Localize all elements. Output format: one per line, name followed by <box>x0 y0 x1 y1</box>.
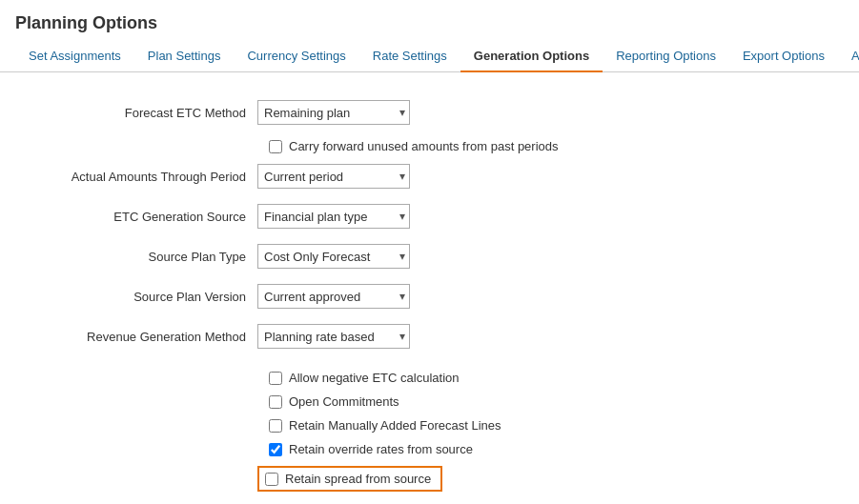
source-plan-version-row: Source Plan Version Current approved Dra… <box>38 283 821 310</box>
source-plan-type-row: Source Plan Type Cost Only Forecast Full… <box>38 243 821 270</box>
tab-rate-settings[interactable]: Rate Settings <box>359 41 460 72</box>
forecast-etc-method-row: Forecast ETC Method Remaining plan Manua… <box>38 99 821 126</box>
nav-tabs: Set Assignments Plan Settings Currency S… <box>0 41 859 72</box>
carry-forward-row: Carry forward unused amounts from past p… <box>38 139 821 153</box>
actual-amounts-select-wrapper: Current period Prior period <box>257 164 410 189</box>
tab-plan-settings[interactable]: Plan Settings <box>134 41 235 72</box>
etc-generation-source-select-wrapper: Financial plan type Resource plan <box>257 204 410 229</box>
source-plan-version-select[interactable]: Current approved Draft <box>257 284 410 309</box>
forecast-etc-method-control: Remaining plan Manual entry <box>257 100 410 125</box>
retain-spread-label: Retain spread from source <box>285 472 431 486</box>
source-plan-type-select-wrapper: Cost Only Forecast Full Forecast <box>257 244 410 269</box>
page-title: Planning Options <box>0 0 859 41</box>
revenue-generation-method-select[interactable]: Planning rate based Other <box>257 324 410 349</box>
retain-override-checkbox[interactable] <box>269 443 282 456</box>
etc-generation-source-control: Financial plan type Resource plan <box>257 204 410 229</box>
allow-negative-checkbox[interactable] <box>269 372 282 385</box>
tab-additional-information[interactable]: Additional Information <box>838 41 859 72</box>
source-plan-type-label: Source Plan Type <box>38 250 257 264</box>
tab-currency-settings[interactable]: Currency Settings <box>234 41 358 72</box>
source-plan-version-label: Source Plan Version <box>38 290 257 304</box>
source-plan-type-control: Cost Only Forecast Full Forecast <box>257 244 410 269</box>
forecast-etc-method-select[interactable]: Remaining plan Manual entry <box>257 100 410 125</box>
revenue-generation-method-control: Planning rate based Other <box>257 324 410 349</box>
actual-amounts-row: Actual Amounts Through Period Current pe… <box>38 163 821 190</box>
retain-manually-checkbox[interactable] <box>269 419 282 433</box>
generation-options-content: Forecast ETC Method Remaining plan Manua… <box>0 72 859 504</box>
retain-manually-row: Retain Manually Added Forecast Lines <box>38 418 821 433</box>
retain-spread-row: Retain spread from source <box>38 466 821 492</box>
actual-amounts-label: Actual Amounts Through Period <box>38 170 257 184</box>
retain-spread-checkbox[interactable] <box>265 473 278 486</box>
forecast-etc-method-label: Forecast ETC Method <box>38 106 257 120</box>
revenue-generation-method-label: Revenue Generation Method <box>38 330 257 344</box>
source-plan-version-select-wrapper: Current approved Draft <box>257 284 410 309</box>
open-commitments-label: Open Commitments <box>289 394 399 409</box>
source-plan-version-control: Current approved Draft <box>257 284 410 309</box>
forecast-etc-method-select-wrapper: Remaining plan Manual entry <box>257 100 410 125</box>
allow-negative-label: Allow negative ETC calculation <box>289 371 459 385</box>
retain-override-row: Retain override rates from source <box>38 442 821 456</box>
actual-amounts-select[interactable]: Current period Prior period <box>257 164 410 189</box>
open-commitments-checkbox[interactable] <box>269 395 282 409</box>
source-plan-type-select[interactable]: Cost Only Forecast Full Forecast <box>257 244 410 269</box>
revenue-generation-method-row: Revenue Generation Method Planning rate … <box>38 323 821 350</box>
revenue-generation-method-select-wrapper: Planning rate based Other <box>257 324 410 349</box>
actual-amounts-control: Current period Prior period <box>257 164 410 189</box>
retain-override-label: Retain override rates from source <box>289 442 473 456</box>
retain-manually-label: Retain Manually Added Forecast Lines <box>289 418 501 433</box>
tab-set-assignments[interactable]: Set Assignments <box>15 41 134 72</box>
carry-forward-checkbox[interactable] <box>269 140 282 153</box>
retain-spread-highlighted-box[interactable]: Retain spread from source <box>257 466 442 492</box>
etc-generation-source-label: ETC Generation Source <box>38 210 257 224</box>
etc-generation-source-select[interactable]: Financial plan type Resource plan <box>257 204 410 229</box>
tab-generation-options[interactable]: Generation Options <box>460 41 603 72</box>
tab-reporting-options[interactable]: Reporting Options <box>603 41 729 72</box>
allow-negative-row: Allow negative ETC calculation <box>38 371 821 385</box>
open-commitments-row: Open Commitments <box>38 394 821 409</box>
tab-export-options[interactable]: Export Options <box>729 41 838 72</box>
carry-forward-label: Carry forward unused amounts from past p… <box>289 139 559 153</box>
etc-generation-source-row: ETC Generation Source Financial plan typ… <box>38 203 821 230</box>
